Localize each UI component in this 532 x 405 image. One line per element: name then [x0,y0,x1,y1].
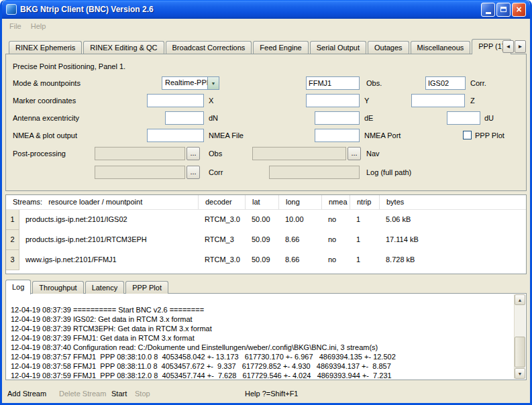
cell-lat[interactable]: 50.00 [246,210,279,230]
header-nmea: nmea [322,195,350,209]
close-button[interactable]: × [512,3,526,17]
cell-ntrip[interactable]: 1 [350,210,380,230]
cell-nmea[interactable]: no [322,250,350,270]
cell-long[interactable]: 8.66 [279,230,322,250]
post-log-label: Log (full path) [366,166,411,179]
tab-broadcast-corrections[interactable]: Broadcast Corrections [166,41,252,54]
streams-table-header: Streams: resource loader / mountpoint de… [6,195,526,210]
row-number[interactable]: 3 [6,250,19,270]
post-log-input[interactable] [269,166,360,179]
nmea-port-label: NMEA Port [364,129,401,142]
start-button[interactable]: Start [111,388,127,400]
obs-label: Obs. [366,76,382,90]
cell-ntrip[interactable]: 1 [350,250,380,270]
cell-long[interactable]: 8.66 [279,250,322,270]
header-bytes: bytes [380,195,526,209]
mode-combobox[interactable]: Realtime-PPP ▼ [162,76,219,90]
tab-ppp-plot[interactable]: PPP Plot [125,281,168,294]
table-row[interactable]: 3 www.igs-ip.net:2101/FFMJ1 RTCM_3.0 50.… [6,250,526,270]
cell-mountpoint[interactable]: products.igs-ip.net:2101/RTCM3EPH [19,230,199,250]
table-row[interactable]: 1 products.igs-ip.net:2101/IGS02 RTCM_3.… [6,210,526,230]
post-corr-browse-button[interactable]: ... [187,166,200,179]
marker-x-input[interactable] [147,94,204,107]
cell-decoder[interactable]: RTCM_3.0 [199,210,246,230]
cell-lat[interactable]: 50.09 [246,250,279,270]
scroll-up-icon[interactable]: ▲ [515,294,525,305]
cell-mountpoint[interactable]: www.igs-ip.net:2101/FFMJ1 [19,250,199,270]
log-line: 12-04-19 08:37:39 FFMJ1: Get data in RTC… [11,333,510,343]
panel-title: Precise Point Positioning, Panel 1. [13,60,125,73]
marker-z-input[interactable] [411,94,465,107]
obs-mountpoint-input[interactable] [306,76,360,90]
row-number[interactable]: 2 [6,230,19,250]
add-stream-button[interactable]: Add Stream [7,388,46,400]
close-icon: × [516,5,521,14]
antenna-de-input[interactable] [315,111,360,125]
cell-nmea[interactable]: no [322,230,350,250]
tab-miscellaneous[interactable]: Miscellaneous [411,41,471,54]
z-label: Z [470,94,475,107]
maximize-button[interactable] [496,3,511,17]
antenna-du-input[interactable] [447,111,480,125]
log-line: 12-04-19 08:37:39 IGS02: Get data in RTC… [11,314,510,324]
tab-scroll-left-icon[interactable]: ◄ [502,40,514,53]
post-nav-input[interactable] [252,147,346,160]
dn-label: dN [209,111,218,125]
scroll-down-icon[interactable]: ▼ [515,368,525,379]
log-line: 12-04-19 08:37:59 FFMJ1 PPP 08:38:12.0 8… [11,371,510,379]
corr-mountpoint-input[interactable] [425,76,466,90]
tab-feed-engine[interactable]: Feed Engine [253,41,308,54]
post-obs-browse-button[interactable]: ... [187,147,200,160]
cell-ntrip[interactable]: 1 [350,230,380,250]
panel-tab-bar: RINEX Ephemeris RINEX Editing & QC Broad… [9,39,513,54]
log-line: 12-04-19 08:37:39 ========== Start BNC v… [11,305,510,314]
tab-scroll-right-icon[interactable]: ► [515,40,526,53]
antenna-dn-input[interactable] [165,111,204,125]
cell-bytes[interactable]: 8.728 kB [380,250,526,270]
delete-stream-button[interactable]: Delete Stream [59,388,106,400]
log-scrollbar[interactable]: ▲ ▼ [514,294,525,379]
ppp-plot-checkbox[interactable] [463,131,472,139]
post-corr-input[interactable] [95,166,185,179]
tab-rinex-ephemeris[interactable]: RINEX Ephemeris [9,41,82,54]
de-label: dE [364,111,373,125]
log-tab-bar: Log Throughput Latency PPP Plot [5,280,170,294]
minimize-button[interactable] [481,3,495,17]
cell-long[interactable]: 10.00 [279,210,322,230]
tab-rinex-editing-qc[interactable]: RINEX Editing & QC [83,41,164,54]
nmea-file-input[interactable] [147,129,204,142]
marker-coordinates-label: Marker coordinates [13,94,76,107]
log-line: 12-04-19 08:37:39 RTCM3EPH: Get data in … [11,324,510,333]
cell-bytes[interactable]: 17.114 kB [380,230,526,250]
header-long: long [279,195,322,209]
post-nav-browse-button[interactable]: ... [348,147,361,160]
cell-nmea[interactable]: no [322,210,350,230]
marker-y-input[interactable] [306,94,360,107]
nmea-port-input[interactable] [315,129,360,142]
tab-outages[interactable]: Outages [368,41,409,54]
tab-latency[interactable]: Latency [85,281,125,294]
row-number[interactable]: 1 [6,210,19,230]
menu-file[interactable]: File [5,21,26,32]
scrollbar-thumb[interactable] [515,337,525,367]
cell-bytes[interactable]: 5.06 kB [380,210,526,230]
post-obs-input[interactable] [95,147,185,160]
ppp-panel: Precise Point Positioning, Panel 1. Mode… [5,54,527,191]
header-decoder: decoder [199,195,246,209]
log-line: 12-04-19 08:37:40 Configuration read: C:… [11,343,510,352]
log-line: 12-04-19 08:37:57 FFMJ1 PPP 08:38:10.0 8… [11,352,510,361]
cell-decoder[interactable]: RTCM_3.0 [199,250,246,270]
stop-button[interactable]: Stop [135,388,150,400]
tab-log[interactable]: Log [5,280,31,294]
cell-decoder[interactable]: RTCM_3 [199,230,246,250]
tab-serial-output[interactable]: Serial Output [310,41,366,54]
post-obs-label: Obs [209,147,222,160]
cell-mountpoint[interactable]: products.igs-ip.net:2101/IGS02 [19,210,199,230]
table-row[interactable]: 2 products.igs-ip.net:2101/RTCM3EPH RTCM… [6,230,526,250]
tab-throughput[interactable]: Throughput [32,281,83,294]
cell-lat[interactable]: 50.09 [246,230,279,250]
header-mountpoint: Streams: resource loader / mountpoint [6,195,199,209]
post-nav-label: Nav [366,147,380,160]
header-ntrip: ntrip [350,195,380,209]
menu-help[interactable]: Help [26,21,51,32]
